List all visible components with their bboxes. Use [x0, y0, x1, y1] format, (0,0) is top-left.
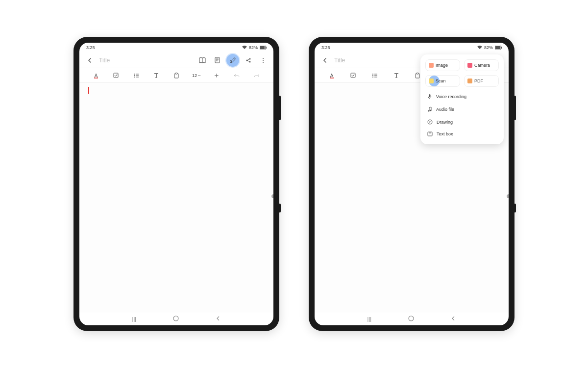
- back-button[interactable]: [319, 55, 330, 66]
- clipboard-icon: [174, 73, 179, 79]
- wifi-icon: [477, 46, 482, 50]
- status-time: 3:25: [321, 45, 330, 50]
- back-button[interactable]: [84, 55, 95, 66]
- text-icon: [394, 73, 399, 79]
- svg-point-13: [263, 60, 264, 61]
- svg-point-28: [173, 316, 178, 321]
- status-bar: 3:25 82%: [315, 43, 509, 53]
- attach-scan-highlighted[interactable]: Scan: [425, 75, 460, 87]
- title-bar: Title: [79, 53, 273, 68]
- svg-line-11: [247, 60, 249, 61]
- text-style-tool[interactable]: [321, 68, 342, 82]
- svg-point-19: [134, 75, 135, 76]
- ai-tool[interactable]: [207, 68, 226, 82]
- more-button[interactable]: [258, 55, 269, 66]
- home-circle-icon: [173, 315, 179, 321]
- svg-rect-2: [266, 47, 267, 49]
- redo-tool[interactable]: [247, 68, 267, 82]
- nav-home[interactable]: [408, 315, 414, 322]
- svg-point-46: [428, 110, 430, 112]
- svg-point-51: [429, 122, 430, 123]
- attach-pdf[interactable]: PDF: [464, 75, 499, 87]
- svg-point-49: [429, 121, 430, 122]
- battery-icon: [260, 46, 267, 50]
- clipboard-tool[interactable]: [167, 68, 186, 82]
- text-style-icon: [93, 73, 99, 79]
- nav-back[interactable]: [451, 316, 456, 322]
- page-options-button[interactable]: [212, 55, 222, 66]
- chevron-left-icon: [87, 58, 92, 63]
- reading-mode-button[interactable]: [197, 55, 208, 66]
- undo-icon: [234, 73, 240, 78]
- chevron-down-icon: [198, 75, 201, 77]
- clipboard-icon: [415, 73, 420, 79]
- checkbox-icon: [113, 73, 119, 78]
- text-cursor: [88, 87, 89, 94]
- nav-home[interactable]: [173, 315, 179, 322]
- list-tool[interactable]: [365, 68, 385, 82]
- battery-label: 82%: [249, 45, 258, 50]
- font-size-tool[interactable]: 12: [187, 68, 206, 82]
- undo-tool[interactable]: [227, 68, 246, 82]
- title-input[interactable]: Title: [99, 57, 193, 64]
- camera-icon: [467, 63, 472, 68]
- svg-line-10: [247, 59, 249, 60]
- textbox-icon: [427, 131, 433, 136]
- attach-image[interactable]: Image: [425, 59, 460, 71]
- attach-button-highlighted[interactable]: [226, 54, 239, 67]
- screen-left: 3:25 82% Title: [79, 43, 273, 325]
- music-note-icon: [427, 106, 432, 112]
- text-format-tool[interactable]: [386, 68, 407, 82]
- tablet-right: 3:25 82% Title 12: [309, 37, 514, 331]
- checkbox-icon: [350, 73, 356, 78]
- battery-icon: [495, 46, 502, 50]
- svg-rect-1: [260, 46, 265, 49]
- checkbox-tool[interactable]: [106, 68, 125, 82]
- page-icon: [215, 57, 220, 63]
- nav-recents[interactable]: |||: [368, 316, 372, 322]
- wifi-icon: [242, 46, 247, 50]
- svg-point-34: [372, 74, 373, 75]
- attach-menu: Image Camera Scan PDF: [420, 54, 504, 144]
- text-style-icon: [329, 73, 335, 79]
- status-right: 82%: [242, 45, 267, 50]
- attach-camera[interactable]: Camera: [464, 59, 499, 71]
- list-tool[interactable]: [126, 68, 146, 82]
- share-button[interactable]: [243, 55, 254, 66]
- edge-panel-handle[interactable]: [270, 193, 273, 199]
- svg-rect-16: [114, 73, 118, 78]
- attach-audio-file[interactable]: Audio file: [425, 104, 499, 115]
- nav-back-icon: [216, 316, 220, 321]
- text-style-tool[interactable]: [86, 68, 105, 82]
- tablet-left: 3:25 82% Title: [74, 37, 279, 331]
- text-icon: [154, 73, 159, 79]
- edge-panel-handle[interactable]: [506, 193, 509, 199]
- list-icon: [133, 73, 139, 78]
- image-icon: [429, 63, 434, 68]
- redo-icon: [254, 73, 260, 78]
- svg-rect-33: [351, 73, 355, 78]
- attach-drawing[interactable]: Drawing: [425, 116, 499, 128]
- svg-point-38: [372, 77, 373, 78]
- microphone-icon: [427, 94, 432, 100]
- attach-voice-recording[interactable]: Voice recording: [425, 91, 499, 103]
- share-icon: [245, 57, 251, 63]
- nav-back-icon: [451, 316, 456, 321]
- checkbox-tool[interactable]: [343, 68, 364, 82]
- pdf-icon: [467, 79, 472, 83]
- nav-bar: |||: [315, 313, 509, 325]
- status-bar: 3:25 82%: [79, 43, 273, 53]
- book-icon: [199, 57, 206, 63]
- text-format-tool[interactable]: [147, 68, 166, 82]
- attach-text-box[interactable]: Text box: [425, 129, 499, 139]
- svg-rect-27: [175, 73, 177, 74]
- format-toolbar: 12: [79, 68, 273, 83]
- note-canvas[interactable]: [79, 83, 273, 313]
- home-circle-icon: [408, 315, 414, 321]
- chevron-left-icon: [322, 58, 327, 63]
- svg-point-47: [430, 110, 432, 111]
- nav-back[interactable]: [216, 316, 220, 322]
- nav-recents[interactable]: |||: [132, 316, 137, 322]
- svg-point-12: [263, 58, 264, 59]
- palette-icon: [427, 119, 433, 125]
